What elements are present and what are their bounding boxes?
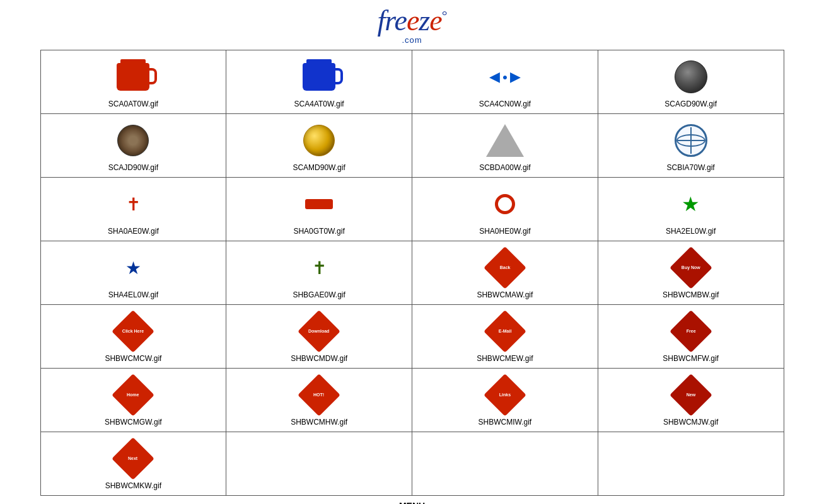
icon-area: [486, 122, 524, 159]
menu-label: MENU: [0, 501, 824, 504]
icon-area: [303, 122, 335, 159]
icon-area: [495, 185, 515, 223]
cell-label: SHA4EL0W.gif: [108, 290, 158, 299]
icon-area: [117, 122, 149, 159]
table-cell: SCBIA70W.gif: [598, 114, 784, 178]
diamond-buynow-wrap: Buy Now: [675, 251, 707, 284]
cell-label: SCA4CN0W.gif: [479, 100, 531, 108]
mug-blue-icon: [303, 63, 335, 91]
icon-area: Click Here: [117, 312, 149, 350]
cell-label: SHA0GT0W.gif: [293, 227, 344, 236]
circle-wood-icon: [117, 125, 149, 156]
cell-label: SHA0HE0W.gif: [479, 227, 530, 236]
table-cell-empty: [412, 432, 598, 496]
left-arrow-icon: ◀: [489, 69, 500, 85]
gold-disc-icon: [303, 125, 335, 156]
table-row: SCA0AT0W.gif SCA4AT0W.gif ◀ ●: [40, 50, 784, 114]
icon-area: Back: [489, 249, 521, 287]
diamond-email-icon: E-Mail: [484, 310, 526, 353]
table-cell: SHA0GT0W.gif: [226, 178, 412, 241]
diamond-buynow-icon: Buy Now: [670, 246, 712, 289]
cell-label: SCAJD90W.gif: [108, 163, 158, 172]
star-green-icon: ★: [682, 192, 700, 216]
table-cell: Back SHBWCMAW.gif: [412, 241, 598, 305]
diamond-hot-icon: HOT!: [298, 374, 340, 416]
star-blue-icon: ★: [125, 258, 141, 278]
icon-area: Free: [675, 312, 707, 350]
table-cell: ★ SHA4EL0W.gif: [40, 241, 226, 305]
table-row: SCAJD90W.gif SCAMD90W.gif SCBDA00W.gif: [40, 114, 784, 178]
table-cell: SCAJD90W.gif: [40, 114, 226, 178]
cell-label: SCA4AT0W.gif: [294, 100, 344, 108]
diamond-next-icon: Next: [112, 437, 154, 480]
diamond-back-icon: Back: [484, 246, 526, 289]
table-cell-empty: [226, 432, 412, 496]
diamond-back-wrap: Back: [489, 251, 521, 284]
cell-label: SHBWCMCW.gif: [105, 354, 161, 363]
icon-area: [303, 58, 335, 96]
cell-label: SHBWCMHW.gif: [291, 418, 347, 427]
diamond-email-wrap: E-Mail: [489, 315, 521, 348]
cell-label: SHBWCMGW.gif: [105, 418, 162, 427]
table-row: ★ SHA4EL0W.gif ✝ SHBGAE0W.gif Bac: [40, 241, 784, 305]
icon-area: Buy Now: [675, 249, 707, 287]
cell-label: SHBWCMIW.gif: [479, 418, 532, 427]
diamond-links-wrap: Links: [489, 379, 521, 411]
cell-label: SHBWCMDW.gif: [291, 354, 347, 363]
rect-red-icon: [305, 199, 333, 209]
cross-green-icon: ✝: [312, 258, 327, 278]
cell-label: SCAMD90W.gif: [293, 163, 345, 172]
table-cell: SCA0AT0W.gif: [40, 50, 226, 114]
diamond-new-wrap: New: [675, 379, 707, 411]
diamond-next-wrap: Next: [117, 442, 149, 475]
table-cell: SCAMD90W.gif: [226, 114, 412, 178]
table-cell: Links SHBWCMIW.gif: [412, 369, 598, 432]
icon-area: ✝: [126, 185, 141, 223]
diamond-free-icon: Free: [670, 310, 712, 353]
cell-label: SHBGAE0W.gif: [293, 290, 345, 299]
diamond-home-icon: Home: [112, 374, 154, 416]
image-grid: SCA0AT0W.gif SCA4AT0W.gif ◀ ●: [40, 50, 784, 496]
triangle-grey-icon: [486, 124, 524, 157]
logo-sub: .com: [378, 35, 447, 45]
diamond-clickhere-wrap: Click Here: [117, 315, 149, 348]
table-row: Next SHBWCMKW.gif: [40, 432, 784, 496]
arrows-nav-icon: ◀ ● ▶: [489, 69, 521, 85]
cell-label: SHA0AE0W.gif: [108, 227, 159, 236]
diamond-links-icon: Links: [484, 374, 526, 416]
table-cell: ✝ SHA0AE0W.gif: [40, 178, 226, 241]
logo: freeze°: [378, 6, 447, 35]
table-cell: SCA4AT0W.gif: [226, 50, 412, 114]
icon-area: New: [675, 376, 707, 414]
icon-area: Links: [489, 376, 521, 414]
cell-label: SCBDA00W.gif: [479, 163, 530, 172]
main-content: SCA0AT0W.gif SCA4AT0W.gif ◀ ●: [21, 50, 803, 496]
icon-area: ✝: [312, 249, 327, 287]
table-cell: ◀ ● ▶ SCA4CN0W.gif: [412, 50, 598, 114]
cell-label: SHBWCMBW.gif: [663, 290, 719, 299]
table-cell: ★ SHA2EL0W.gif: [598, 178, 784, 241]
cell-label: SHBWCMKW.gif: [105, 481, 161, 490]
table-cell: Home SHBWCMGW.gif: [40, 369, 226, 432]
table-cell: Next SHBWCMKW.gif: [40, 432, 226, 496]
table-cell: SCAGD90W.gif: [598, 50, 784, 114]
table-cell: E-Mail SHBWCMEW.gif: [412, 305, 598, 369]
table-cell: SHA0HE0W.gif: [412, 178, 598, 241]
icon-area: ◀ ● ▶: [489, 58, 521, 96]
icon-area: [675, 58, 707, 96]
table-row: ✝ SHA0AE0W.gif SHA0GT0W.gif: [40, 178, 784, 241]
cell-label: SCA0AT0W.gif: [108, 100, 158, 108]
diamond-free-wrap: Free: [675, 315, 707, 348]
diamond-download-icon: Download: [298, 310, 340, 353]
table-row: Click Here SHBWCMCW.gif Download SHBWCMD…: [40, 305, 784, 369]
table-cell: HOT! SHBWCMHW.gif: [226, 369, 412, 432]
table-cell: Buy Now SHBWCMBW.gif: [598, 241, 784, 305]
diamond-new-icon: New: [670, 374, 712, 416]
icon-area: HOT!: [303, 376, 335, 414]
footer: MENU Arrows Buttons Objects Words: [0, 496, 824, 504]
mug-red-icon: [117, 63, 149, 91]
table-cell: SCBDA00W.gif: [412, 114, 598, 178]
table-row: Home SHBWCMGW.gif HOT! SHBWCMHW.gif: [40, 369, 784, 432]
icon-area: Download: [303, 312, 335, 350]
icon-area: [675, 122, 707, 159]
